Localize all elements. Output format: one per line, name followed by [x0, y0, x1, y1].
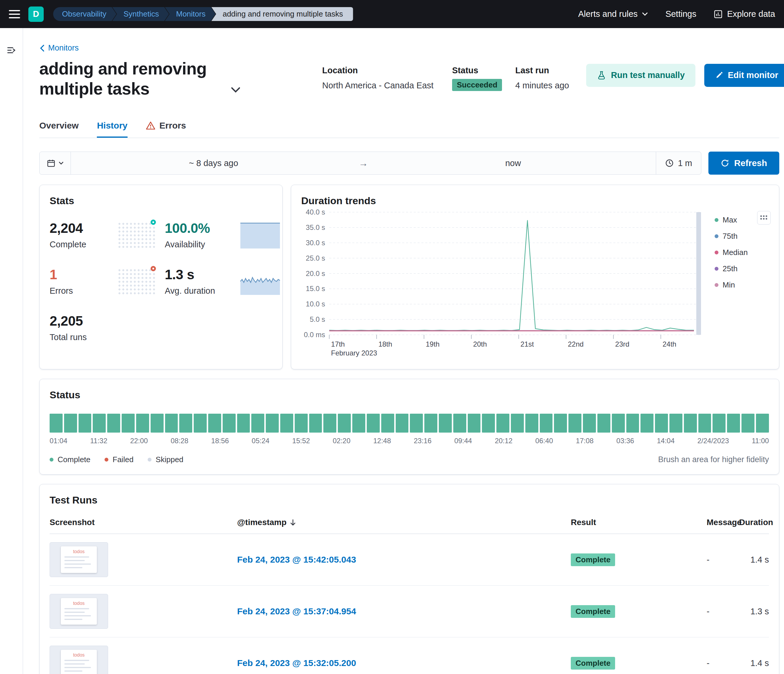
column-timestamp[interactable]: @timestamp	[237, 518, 571, 527]
duration-trends-legend: Max75thMedian25thMin	[715, 208, 759, 359]
screenshot-content-line	[64, 608, 89, 609]
status-x-label: 23:16	[414, 437, 431, 445]
column-result: Result	[571, 518, 707, 527]
svg-text:20th: 20th	[473, 340, 487, 348]
stat-total-runs-value: 2,205	[50, 313, 115, 329]
status-x-label: 17:08	[576, 437, 594, 445]
status-x-label: 11:32	[90, 437, 107, 445]
status-x-label: 02:20	[333, 437, 350, 445]
status-bar	[381, 414, 394, 432]
pencil-icon	[715, 71, 723, 80]
status-x-label: 01:04	[50, 437, 67, 445]
column-message: Message	[707, 518, 739, 527]
result-badge: Complete	[571, 554, 615, 566]
duration-trends-chart-area[interactable]: 0.0 ms5.0 s10.0 s15.0 s20.0 s25.0 s30.0 …	[301, 208, 715, 359]
status-bar	[107, 414, 120, 432]
main-content: Monitors adding and removing multiple ta…	[23, 28, 784, 674]
chart-options-button[interactable]	[757, 211, 771, 225]
tab-overview[interactable]: Overview	[39, 120, 79, 138]
screenshot-content-line	[64, 667, 91, 668]
status-x-label: 09:44	[454, 437, 472, 445]
status-bar	[756, 414, 769, 432]
breadcrumb-monitors[interactable]: Monitors	[165, 7, 216, 21]
run-test-manually-button[interactable]: Run test manually	[586, 64, 695, 87]
svg-text:30.0 s: 30.0 s	[306, 239, 325, 247]
status-bar	[396, 414, 409, 432]
settings-link[interactable]: Settings	[665, 9, 696, 19]
edit-monitor-button[interactable]: Edit monitor	[704, 64, 784, 87]
svg-text:35.0 s: 35.0 s	[306, 223, 325, 231]
status-x-label: 20:12	[495, 437, 513, 445]
legend-dot-icon	[715, 234, 719, 238]
status-bar	[237, 414, 250, 432]
screenshot-content-line	[64, 567, 82, 568]
status-legend-item-failed: Failed	[104, 455, 134, 464]
screenshot-thumbnail[interactable]: todos	[50, 542, 108, 577]
quick-select-button[interactable]	[40, 152, 71, 174]
breadcrumb-observability[interactable]: Observability	[53, 7, 116, 21]
monitor-select-caret-button[interactable]	[231, 87, 241, 94]
tab-errors[interactable]: Errors	[146, 120, 186, 138]
status-bar	[669, 414, 683, 432]
errors-marker-icon	[151, 266, 156, 271]
test-runs-title: Test Runs	[50, 495, 769, 506]
sort-desc-icon	[289, 519, 297, 526]
screenshot-content-line	[64, 560, 85, 561]
message-value: -	[707, 658, 739, 668]
legend-item-min[interactable]: Min	[715, 281, 759, 290]
date-range-start[interactable]: ~ 8 days ago	[71, 158, 356, 168]
legend-item-75th[interactable]: 75th	[715, 232, 759, 241]
status-legend-item-skipped: Skipped	[148, 455, 184, 464]
alerts-and-rules-label: Alerts and rules	[578, 9, 638, 19]
screenshot-content-line	[64, 671, 82, 672]
svg-text:19th: 19th	[426, 340, 440, 348]
test-run-timestamp-link[interactable]: Feb 24, 2023 @ 15:42:05.043	[237, 555, 356, 564]
explore-data-link[interactable]: Explore data	[713, 9, 775, 19]
legend-item-25th[interactable]: 25th	[715, 264, 759, 273]
legend-label: Failed	[112, 455, 134, 464]
screenshot-thumbnail[interactable]: todos	[50, 646, 108, 674]
location-value: North America - Canada East	[322, 81, 426, 90]
legend-label: Max	[723, 215, 737, 225]
test-runs-table-body: todosFeb 24, 2023 @ 15:42:05.043Complete…	[50, 534, 769, 674]
errors-dot-chart	[118, 268, 156, 295]
back-to-monitors-link[interactable]: Monitors	[39, 44, 79, 53]
result-badge: Complete	[571, 605, 615, 618]
clock-icon	[665, 159, 674, 167]
svg-text:10.0 s: 10.0 s	[306, 300, 325, 308]
legend-item-median[interactable]: Median	[715, 248, 759, 257]
svg-text:18th: 18th	[378, 340, 392, 348]
svg-text:22nd: 22nd	[568, 340, 583, 348]
test-run-timestamp-link[interactable]: Feb 24, 2023 @ 15:37:04.954	[237, 606, 356, 616]
main-menu-button[interactable]	[9, 10, 20, 18]
stat-total-runs: 2,205 Total runs	[50, 313, 115, 342]
status-panel: Status 01:0411:3222:0008:2818:5605:2415:…	[39, 379, 779, 474]
space-avatar[interactable]: D	[28, 6, 44, 22]
status-heatmap[interactable]	[50, 414, 769, 432]
legend-dot-icon	[104, 458, 108, 462]
last-run-label: Last run	[515, 66, 574, 75]
status-bar	[424, 414, 437, 432]
refresh-interval-value: 1 m	[678, 158, 692, 168]
explore-data-icon	[713, 9, 723, 19]
date-range-end[interactable]: now	[370, 158, 656, 168]
screenshot-thumbnail[interactable]: todos	[50, 594, 108, 629]
expand-sidebar-button[interactable]	[6, 45, 17, 56]
duration-trends-plot[interactable]: 0.0 ms5.0 s10.0 s15.0 s20.0 s25.0 s30.0 …	[301, 208, 715, 358]
refresh-button[interactable]: Refresh	[708, 151, 779, 175]
stat-complete-value: 2,204	[50, 220, 115, 236]
screenshot-content-line	[64, 556, 89, 558]
status-bar	[742, 414, 754, 432]
breadcrumb-synthetics[interactable]: Synthetics	[112, 7, 169, 21]
top-navigation-bar: D ObservabilitySyntheticsMonitorsadding …	[0, 0, 784, 28]
alerts-and-rules-menu[interactable]: Alerts and rules	[578, 9, 649, 19]
test-run-timestamp-link[interactable]: Feb 24, 2023 @ 15:32:05.200	[237, 658, 356, 668]
tab-history[interactable]: History	[97, 120, 127, 138]
availability-sparkline-plot	[240, 221, 280, 249]
stat-total-runs-label: Total runs	[50, 332, 115, 342]
refresh-interval-button[interactable]: 1 m	[656, 152, 701, 174]
legend-item-max[interactable]: Max	[715, 215, 759, 225]
date-picker-row: ~ 8 days ago → now 1 m Refresh	[39, 151, 779, 175]
status-bar	[122, 414, 135, 432]
status-x-label: 08:28	[171, 437, 188, 445]
